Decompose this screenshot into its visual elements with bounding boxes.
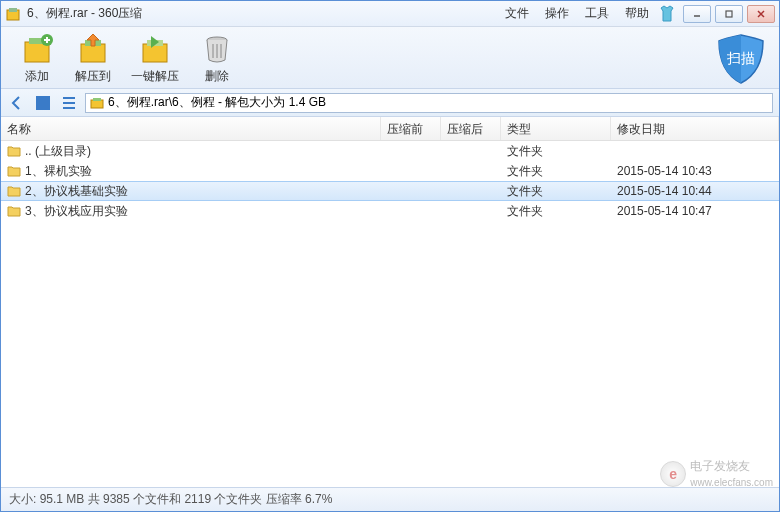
svg-rect-17 [36, 96, 50, 110]
view-icon-list[interactable] [59, 93, 79, 113]
skin-icon[interactable] [657, 5, 677, 23]
menu-operation[interactable]: 操作 [545, 5, 569, 22]
menu-file[interactable]: 文件 [505, 5, 529, 22]
delete-label: 删除 [205, 68, 229, 85]
col-header-type[interactable]: 类型 [501, 117, 611, 140]
folder-icon [7, 165, 21, 177]
col-header-date[interactable]: 修改日期 [611, 117, 779, 140]
add-button[interactable]: 添加 [9, 28, 65, 87]
svg-rect-11 [143, 44, 167, 62]
file-row[interactable]: 2、协议栈基础实验 文件夹 2015-05-14 10:44 [1, 181, 779, 201]
add-icon [19, 30, 55, 66]
menubar: 文件 操作 工具 帮助 [505, 5, 649, 22]
svg-rect-9 [81, 44, 105, 62]
extract-to-label: 解压到 [75, 68, 111, 85]
path-input[interactable]: 6、例程.rar\6、例程 - 解包大小为 1.4 GB [85, 93, 773, 113]
close-button[interactable] [747, 5, 775, 23]
delete-button[interactable]: 删除 [189, 28, 245, 87]
one-click-icon [137, 30, 173, 66]
folder-icon [7, 145, 21, 157]
path-folder-icon [90, 96, 104, 110]
one-click-extract-button[interactable]: 一键解压 [121, 28, 189, 87]
back-icon[interactable] [7, 93, 27, 113]
titlebar: 6、例程.rar - 360压缩 文件 操作 工具 帮助 [1, 1, 779, 27]
file-row-parent[interactable]: .. (上级目录) 文件夹 [1, 141, 779, 161]
watermark: e 电子发烧友 www.elecfans.com [660, 458, 773, 489]
status-text: 大小: 95.1 MB 共 9385 个文件和 2119 个文件夹 压缩率 6.… [9, 491, 332, 508]
menu-help[interactable]: 帮助 [625, 5, 649, 22]
svg-rect-22 [93, 98, 101, 101]
minimize-button[interactable] [683, 5, 711, 23]
svg-rect-1 [9, 8, 17, 12]
view-icon-large[interactable] [33, 93, 53, 113]
file-row[interactable]: 1、裸机实验 文件夹 2015-05-14 10:43 [1, 161, 779, 181]
app-icon [5, 6, 21, 22]
watermark-badge: e [660, 461, 686, 487]
window-controls [683, 5, 775, 23]
pathbar: 6、例程.rar\6、例程 - 解包大小为 1.4 GB [1, 89, 779, 117]
col-header-name[interactable]: 名称 [1, 117, 381, 140]
extract-to-icon [75, 30, 111, 66]
col-header-after[interactable]: 压缩后 [441, 117, 501, 140]
path-text: 6、例程.rar\6、例程 - 解包大小为 1.4 GB [108, 94, 326, 111]
scan-label: 扫描 [726, 50, 755, 66]
toolbar: 添加 解压到 一键解压 删除 扫描 [1, 27, 779, 89]
column-headers: 名称 压缩前 压缩后 类型 修改日期 [1, 117, 779, 141]
folder-icon [7, 185, 21, 197]
menu-tools[interactable]: 工具 [585, 5, 609, 22]
add-label: 添加 [25, 68, 49, 85]
maximize-button[interactable] [715, 5, 743, 23]
folder-icon [7, 205, 21, 217]
file-row[interactable]: 3、协议栈应用实验 文件夹 2015-05-14 10:47 [1, 201, 779, 221]
col-header-before[interactable]: 压缩前 [381, 117, 441, 140]
scan-button[interactable]: 扫描 [713, 31, 769, 87]
svg-rect-21 [91, 100, 103, 108]
delete-icon [199, 30, 235, 66]
svg-rect-3 [726, 11, 732, 17]
extract-to-button[interactable]: 解压到 [65, 28, 121, 87]
file-list: .. (上级目录) 文件夹 1、裸机实验 文件夹 2015-05-14 10:4… [1, 141, 779, 221]
window-title: 6、例程.rar - 360压缩 [27, 5, 505, 22]
watermark-brand: 电子发烧友 [690, 458, 773, 475]
statusbar: 大小: 95.1 MB 共 9385 个文件和 2119 个文件夹 压缩率 6.… [1, 487, 779, 511]
one-click-label: 一键解压 [131, 68, 179, 85]
